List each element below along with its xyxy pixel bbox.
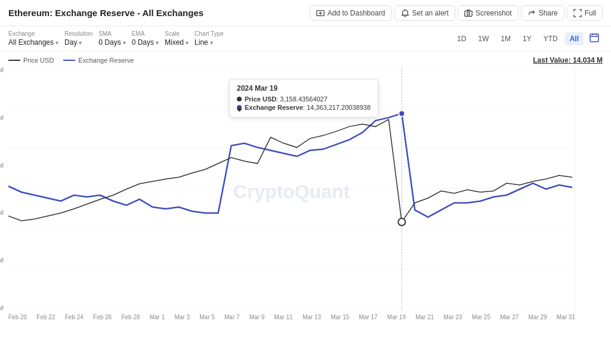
price-dot (398, 218, 405, 226)
scale-arrow-icon: ▾ (186, 39, 189, 46)
page-title: Ethereum: Exchange Reserve - All Exchang… (8, 8, 203, 18)
chart-tooltip: 2024 Mar 19 Price USD: 3,158.43564027 ◆ … (229, 79, 378, 118)
tooltip-price-row: Price USD: 3,158.43564027 (237, 95, 371, 103)
set-alert-button[interactable]: Set an alert (394, 5, 455, 21)
legend-price: Price USD (8, 57, 54, 64)
exchange-line-icon (63, 60, 75, 61)
screenshot-button[interactable]: Screenshot (458, 5, 519, 21)
header-actions: Add to Dashboard Set an alert Screenshot… (310, 5, 603, 21)
chart-wrapper: 14.4M 14.28M 14.16M 14.04M 13.92M 13.8M … (8, 67, 603, 320)
chart-area: Price USD Exchange Reserve Last Value: 1… (0, 51, 611, 340)
chart-header: Price USD Exchange Reserve Last Value: 1… (8, 56, 603, 64)
share-icon (527, 9, 536, 17)
add-dashboard-button[interactable]: Add to Dashboard (310, 5, 392, 21)
time-btn-all[interactable]: All (565, 32, 584, 45)
resolution-control: Resolution Day ▾ (64, 30, 92, 47)
price-line (8, 119, 572, 222)
chart-type-control: Chart Type Line ▾ (195, 30, 224, 47)
price-line-icon (8, 60, 20, 61)
exchange-arrow-icon: ▾ (55, 39, 58, 46)
camera-icon (464, 9, 473, 17)
exchange-reserve-dot (399, 110, 405, 116)
sma-control: SMA 0 Days ▾ (98, 30, 125, 47)
legend-exchange: Exchange Reserve (63, 57, 134, 64)
sma-arrow-icon: ▾ (123, 39, 126, 46)
calendar-button[interactable] (586, 30, 603, 47)
time-btn-1y[interactable]: 1Y (518, 32, 536, 45)
last-value: Last Value: 14.034 M (533, 56, 603, 64)
time-btn-1w[interactable]: 1W (473, 32, 493, 45)
svg-rect-3 (465, 11, 472, 16)
time-btn-1d[interactable]: 1D (452, 32, 471, 45)
add-dashboard-icon (316, 9, 325, 17)
exchange-dot-icon: ◆ (237, 105, 242, 110)
scale-select[interactable]: Mixed ▾ (165, 38, 189, 47)
full-button[interactable]: Full (567, 5, 603, 21)
legend: Price USD Exchange Reserve (8, 57, 134, 64)
resolution-select[interactable]: Day ▾ (64, 38, 92, 47)
controls-left: Exchange All Exchanges ▾ Resolution Day … (8, 30, 224, 47)
sma-select[interactable]: 0 Days ▾ (98, 38, 125, 47)
bell-icon (401, 9, 409, 17)
chart-type-arrow-icon: ▾ (210, 39, 213, 46)
tooltip-exchange-row: ◆ Exchange Reserve: 14,363,217.20038938 (237, 104, 371, 111)
ema-select[interactable]: 0 Days ▾ (132, 38, 159, 47)
y-axis-left: 14.4M 14.28M 14.16M 14.04M 13.92M 13.8M (0, 67, 6, 311)
time-btn-ytd[interactable]: YTD (539, 32, 563, 45)
chart-type-select[interactable]: Line ▾ (195, 38, 224, 47)
ema-arrow-icon: ▾ (156, 39, 159, 46)
controls-bar: Exchange All Exchanges ▾ Resolution Day … (0, 26, 611, 51)
calendar-icon (590, 33, 599, 42)
watermark: CryptoQuant (233, 181, 350, 202)
svg-point-4 (467, 12, 470, 14)
svg-rect-5 (590, 34, 598, 42)
x-axis: Feb 20 Feb 22 Feb 24 Feb 26 Feb 28 Mar 1… (8, 314, 575, 320)
page-header: Ethereum: Exchange Reserve - All Exchang… (0, 0, 611, 26)
share-button[interactable]: Share (521, 5, 564, 21)
fullscreen-icon (573, 9, 582, 17)
ema-control: EMA 0 Days ▾ (132, 30, 159, 47)
resolution-arrow-icon: ▾ (79, 39, 82, 46)
exchange-control: Exchange All Exchanges ▾ (8, 30, 58, 47)
time-btn-1m[interactable]: 1M (496, 32, 516, 45)
exchange-select[interactable]: All Exchanges ▾ (8, 38, 58, 47)
price-dot-icon (237, 97, 242, 101)
scale-control: Scale Mixed ▾ (165, 30, 189, 47)
controls-right: 1D 1W 1M 1Y YTD All (452, 30, 603, 47)
